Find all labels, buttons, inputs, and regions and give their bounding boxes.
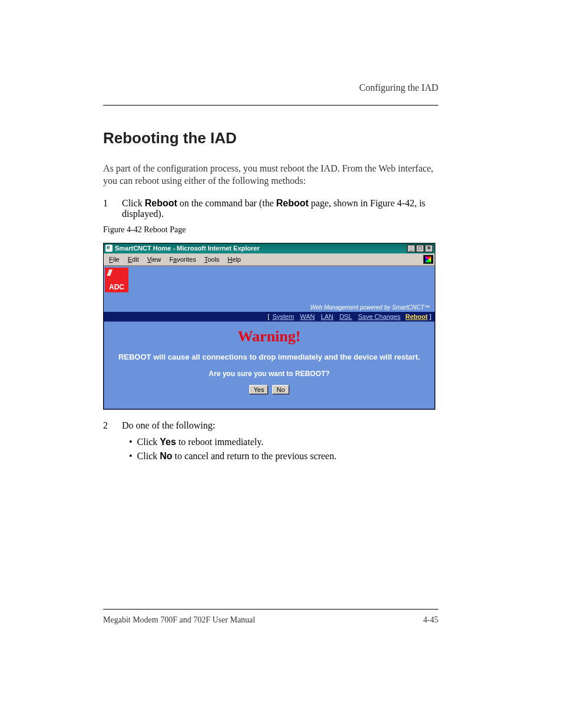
nav-save-changes[interactable]: Save Changes [358, 313, 401, 320]
yes-button[interactable]: Yes [249, 385, 268, 394]
no-button[interactable]: No [272, 385, 289, 394]
menu-edit[interactable]: Edit [124, 255, 143, 263]
intro-paragraph: As part of the configuration process, yo… [103, 163, 438, 187]
step-number: 1 [103, 198, 114, 219]
browser-content: ADC Web Management powered by SmartCNCT™… [104, 266, 435, 409]
step-2: 2 Do one of the following: • Click Yes t… [103, 420, 438, 462]
titlebar: SmartCNCT Home - Microsoft Internet Expl… [104, 243, 435, 253]
page-footer: Megabit Modem 700F and 702F User Manual … [103, 615, 438, 625]
step-number: 2 [103, 420, 114, 462]
step-body: Click Reboot on the command bar (the Reb… [122, 198, 438, 219]
window-title: SmartCNCT Home - Microsoft Internet Expl… [115, 245, 405, 252]
running-header: Configuring the IAD [103, 83, 438, 105]
nav-bar: [ System WAN LAN DSL Save Changes Reboot… [104, 312, 435, 321]
divider [103, 105, 438, 106]
tagline: Web Management powered by SmartCNCT™ [104, 294, 435, 312]
menu-favorites[interactable]: Favorites [165, 255, 200, 263]
section-title: Rebooting the IAD [103, 129, 438, 147]
figure-caption: Figure 4-42 Reboot Page [103, 225, 438, 235]
nav-dsl[interactable]: DSL [339, 313, 352, 320]
nav-wan[interactable]: WAN [300, 313, 315, 320]
menu-file[interactable]: File [105, 255, 124, 263]
warning-question: Are you sure you want to REBOOT? [114, 370, 425, 378]
menu-tools[interactable]: Tools [200, 255, 224, 263]
close-button[interactable]: × [425, 245, 433, 252]
adc-logo: ADC [105, 268, 128, 292]
menu-view[interactable]: View [143, 255, 166, 263]
footer-right: 4-45 [423, 615, 438, 625]
screenshot-window: SmartCNCT Home - Microsoft Internet Expl… [103, 243, 435, 410]
reboot-word: Reboot [145, 198, 177, 208]
nav-lan[interactable]: LAN [321, 313, 333, 320]
menubar: File Edit View Favorites Tools Help [104, 253, 435, 266]
step-body: Do one of the following: • Click Yes to … [122, 420, 438, 462]
warning-body-text: REBOOT will cause all connections to dro… [114, 353, 425, 361]
nav-system[interactable]: System [272, 313, 294, 320]
minimize-button[interactable]: _ [407, 245, 415, 252]
maximize-button[interactable]: □ [416, 245, 424, 252]
footer-left: Megabit Modem 700F and 702F User Manual [103, 615, 255, 625]
windows-logo-icon [423, 255, 434, 264]
warning-heading: Warning! [114, 328, 425, 345]
step-1: 1 Click Reboot on the command bar (the R… [103, 198, 438, 219]
ie-icon [105, 245, 113, 252]
reboot-word: Reboot [276, 198, 309, 208]
menu-help[interactable]: Help [223, 255, 245, 263]
nav-reboot[interactable]: Reboot [405, 313, 428, 320]
divider [103, 609, 438, 610]
